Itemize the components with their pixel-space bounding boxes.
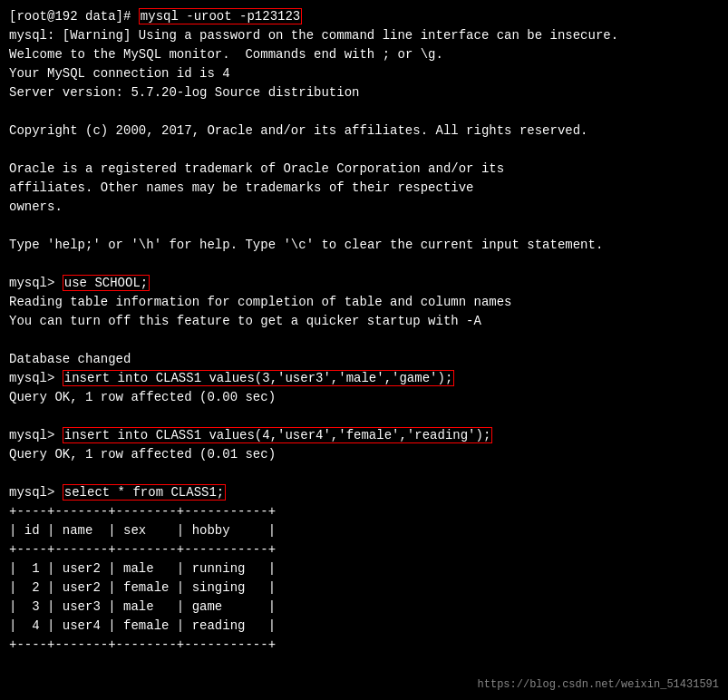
terminal-line: Oracle is a registered trademark of Orac… xyxy=(9,160,719,179)
prompt: mysql> xyxy=(9,485,63,500)
terminal-line: You can turn off this feature to get a q… xyxy=(9,312,719,331)
terminal-line: mysql> insert into CLASS1 values(4,'user… xyxy=(9,426,719,445)
table-row: | 1 | user2 | male | running | xyxy=(9,559,719,578)
prompt: [root@192 data]# xyxy=(9,9,139,24)
blank-line xyxy=(9,331,719,350)
other-keyword: Other xyxy=(101,180,139,195)
terminal-line: Server version: 5.7.20-log Source distri… xyxy=(9,83,719,102)
terminal-line: mysql> insert into CLASS1 values(3,'user… xyxy=(9,369,719,388)
terminal-line: Type 'help;' or '\h' for help. Type '\c'… xyxy=(9,236,719,255)
highlighted-command: use SCHOOL; xyxy=(63,275,150,291)
terminal-line: affiliates. Other names may be trademark… xyxy=(9,179,719,198)
table-row: | 3 | user3 | male | game | xyxy=(9,598,719,617)
terminal-line: owners. xyxy=(9,198,719,217)
prompt: mysql> xyxy=(9,428,63,442)
terminal-line: Database changed xyxy=(9,350,719,369)
terminal-line: Query OK, 1 row affected (0.00 sec) xyxy=(9,388,719,407)
highlighted-command: insert into CLASS1 values(3,'user3','mal… xyxy=(63,370,454,386)
blank-line xyxy=(9,255,719,274)
blank-line xyxy=(9,141,719,160)
terminal-line: Query OK, 1 row affected (0.01 sec) xyxy=(9,445,719,464)
highlighted-command: select * from CLASS1; xyxy=(63,484,226,501)
or-keyword-2: or xyxy=(108,238,123,252)
table-border-top: +----+-------+--------+-----------+ xyxy=(9,502,719,521)
table-border-bottom: +----+-------+--------+-----------+ xyxy=(9,636,719,655)
terminal-line: mysql> use SCHOOL; xyxy=(9,274,719,293)
terminal-line: Reading table information for completion… xyxy=(9,293,719,312)
highlighted-command: insert into CLASS1 values(4,'user4','fem… xyxy=(63,427,492,443)
table-row: | 4 | user4 | female | reading | xyxy=(9,617,719,636)
terminal-line: Welcome to the MySQL monitor. Commands e… xyxy=(9,45,719,64)
table-row: | 2 | user2 | female | singing | xyxy=(9,578,719,598)
blank-line xyxy=(9,102,719,122)
terminal-line: mysql: [Warning] Using a password on the… xyxy=(9,26,719,45)
or-keyword: or xyxy=(397,47,413,62)
prompt: mysql> xyxy=(9,276,63,290)
terminal-line: Copyright (c) 2000, 2017, Oracle and/or … xyxy=(9,122,719,141)
blank-line xyxy=(9,217,719,236)
blank-line xyxy=(9,407,719,426)
terminal-line: Your MySQL connection id is 4 xyxy=(9,64,719,83)
terminal-container: [root@192 data]# mysql -uroot -p123123 m… xyxy=(9,7,719,655)
table-border-header: +----+-------+--------+-----------+ xyxy=(9,540,719,559)
watermark: https://blog.csdn.net/weixin_51431591 xyxy=(478,678,719,691)
prompt: mysql> xyxy=(9,371,63,385)
terminal-line: mysql> select * from CLASS1; xyxy=(9,483,719,502)
blank-line xyxy=(9,464,719,483)
terminal-line: [root@192 data]# mysql -uroot -p123123 xyxy=(9,7,719,26)
highlighted-command: mysql -uroot -p123123 xyxy=(139,8,302,24)
table-header: | id | name | sex | hobby | xyxy=(9,521,719,540)
